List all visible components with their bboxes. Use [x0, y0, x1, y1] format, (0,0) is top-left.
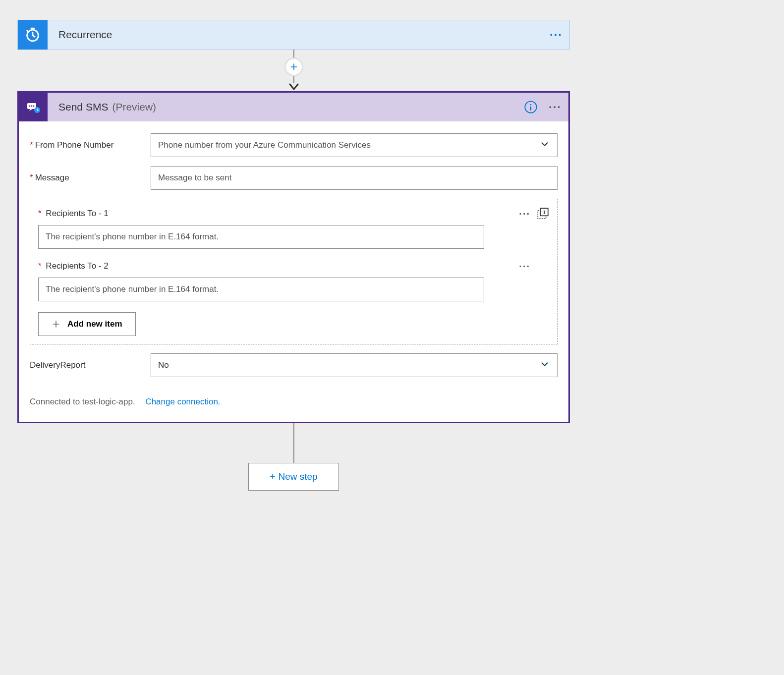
from-phone-row: * From Phone Number Phone number from yo… — [30, 133, 558, 157]
from-phone-placeholder: Phone number from your Azure Communicati… — [158, 140, 371, 150]
recipient-item: * Recipients To - 2 ··· — [38, 260, 549, 301]
connector-line — [293, 423, 294, 463]
delivery-report-value: No — [158, 360, 169, 370]
sms-icon — [19, 93, 48, 121]
recurrence-card[interactable]: Recurrence ··· — [17, 20, 570, 50]
add-new-item-label: Add new item — [67, 319, 122, 329]
chevron-down-icon — [539, 359, 550, 372]
svg-point-3 — [31, 106, 33, 107]
required-asterisk: * — [30, 140, 33, 150]
from-phone-label: * From Phone Number — [30, 140, 151, 150]
toggle-array-button[interactable]: T — [534, 207, 549, 220]
svg-point-4 — [33, 106, 35, 107]
change-connection-link[interactable]: Change connection. — [145, 397, 220, 406]
send-sms-body: * From Phone Number Phone number from yo… — [19, 121, 568, 422]
message-row: * Message — [30, 166, 558, 190]
add-new-item-button[interactable]: Add new item — [38, 312, 136, 336]
message-label: * Message — [30, 173, 151, 183]
recipient-2-input[interactable] — [38, 278, 484, 301]
preview-badge: (Preview) — [112, 101, 156, 113]
required-asterisk: * — [38, 261, 42, 271]
plus-icon — [52, 320, 60, 329]
required-asterisk: * — [30, 173, 33, 183]
recipient-1-menu-button[interactable]: ··· — [515, 208, 534, 220]
message-input[interactable] — [151, 166, 558, 190]
delivery-report-label: DeliveryReport — [30, 360, 151, 370]
info-button[interactable] — [520, 100, 542, 114]
recipient-1-label-text: Recipients To - 1 — [46, 209, 108, 218]
delivery-report-label-text: DeliveryReport — [30, 360, 85, 370]
recipient-2-label-text: Recipients To - 2 — [46, 261, 108, 271]
svg-rect-8 — [530, 107, 531, 111]
delivery-report-control: No — [151, 353, 558, 377]
arrow-down-icon — [288, 83, 300, 91]
recurrence-title: Recurrence — [48, 29, 543, 41]
connection-text: Connected to test-logic-app. — [30, 397, 135, 406]
message-label-text: Message — [35, 173, 69, 183]
sms-menu-button[interactable]: ··· — [542, 100, 568, 114]
recipients-group: * Recipients To - 1 ··· T — [30, 199, 558, 344]
recipient-2-label: * Recipients To - 2 — [38, 261, 515, 271]
delivery-report-row: DeliveryReport No — [30, 353, 558, 377]
new-step-label: New step — [278, 471, 317, 482]
new-step-button[interactable]: + New step — [248, 463, 338, 491]
recipient-1-input[interactable] — [38, 225, 484, 249]
recipient-1-label: * Recipients To - 1 — [38, 209, 515, 219]
connector-line — [293, 50, 294, 57]
add-step-between-button[interactable] — [284, 57, 303, 76]
from-phone-select[interactable]: Phone number from your Azure Communicati… — [151, 133, 558, 157]
from-phone-label-text: From Phone Number — [35, 140, 114, 150]
send-sms-title: Send SMS (Preview) — [48, 101, 520, 113]
send-sms-card: Send SMS (Preview) ··· * From Phone Numb… — [17, 91, 570, 423]
required-asterisk: * — [38, 209, 42, 218]
recipient-2-menu-button[interactable]: ··· — [515, 261, 534, 272]
sms-title-text: Send SMS — [58, 101, 108, 113]
connector — [17, 50, 570, 91]
recurrence-icon — [18, 20, 48, 50]
svg-text:T: T — [543, 209, 547, 215]
message-control — [151, 166, 558, 190]
recipient-item: * Recipients To - 1 ··· T — [38, 207, 549, 249]
send-sms-header[interactable]: Send SMS (Preview) ··· — [19, 93, 568, 121]
delivery-report-select[interactable]: No — [151, 353, 558, 377]
connection-row: Connected to test-logic-app. Change conn… — [30, 397, 558, 407]
svg-point-2 — [29, 106, 31, 107]
from-phone-control: Phone number from your Azure Communicati… — [151, 133, 558, 157]
connector-line — [293, 76, 294, 83]
svg-point-7 — [530, 104, 532, 106]
recurrence-menu-button[interactable]: ··· — [543, 28, 569, 42]
plus-icon: + — [270, 471, 275, 482]
new-step-connector: + New step — [17, 423, 570, 491]
chevron-down-icon — [539, 139, 550, 152]
